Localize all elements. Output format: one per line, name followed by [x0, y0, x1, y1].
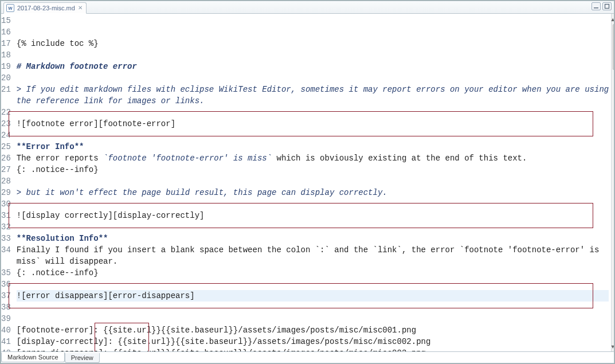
code-line[interactable]: **Error Info**: [17, 141, 609, 152]
code-line[interactable]: **Resolution Info**: [17, 233, 609, 244]
code-line[interactable]: [error-disappears]: {{site.url}}{{site.b…: [17, 347, 609, 351]
line-number: [1, 95, 11, 107]
code-line[interactable]: [17, 15, 609, 26]
code-line[interactable]: {% include toc %}: [17, 38, 609, 49]
line-number: 22: [1, 107, 11, 118]
line-number: 20: [1, 72, 11, 84]
titlebar: w 2017-08-23-misc.md ✕: [1, 1, 614, 14]
code-line[interactable]: ![display correctly][display-correctly]: [17, 210, 609, 221]
close-icon[interactable]: ✕: [78, 5, 83, 11]
line-number: 25: [1, 141, 11, 152]
line-number: 28: [1, 175, 11, 187]
minimize-button[interactable]: [592, 2, 601, 10]
line-number: 39: [1, 313, 11, 324]
code-line[interactable]: ![error disappears][error-disappears]: [17, 290, 609, 302]
line-number: 31: [1, 210, 11, 221]
file-tab[interactable]: w 2017-08-23-misc.md ✕: [3, 2, 87, 14]
line-number: 30: [1, 198, 11, 210]
tab-markdown-source[interactable]: Markdown Source: [1, 353, 65, 362]
maximize-button[interactable]: [602, 2, 612, 10]
scroll-up-arrow[interactable]: ▴: [612, 14, 614, 24]
line-number: 16: [1, 26, 11, 38]
code-line[interactable]: The error reports `footnote 'footnote-er…: [17, 152, 609, 164]
code-line[interactable]: {: .notice--info}: [17, 164, 609, 175]
line-number: 37: [1, 290, 11, 302]
code-line[interactable]: [17, 313, 609, 324]
code-line[interactable]: [17, 175, 609, 187]
code-line[interactable]: [17, 26, 609, 38]
bottom-tabs: Markdown Source Preview: [1, 351, 614, 363]
code-line[interactable]: [17, 72, 609, 84]
tab-preview[interactable]: Preview: [65, 353, 100, 363]
code-line[interactable]: [17, 198, 609, 210]
line-number: 17: [1, 38, 11, 49]
line-number: 26: [1, 152, 11, 164]
code-line[interactable]: # Markdown footnote error: [17, 61, 609, 72]
code-area[interactable]: {% include toc %} # Markdown footnote er…: [14, 14, 611, 351]
code-line[interactable]: > but it won't effect the page build res…: [17, 187, 609, 198]
line-number: 15: [1, 15, 11, 26]
code-line[interactable]: [17, 130, 609, 141]
line-number: 23: [1, 118, 11, 130]
line-number: 19: [1, 61, 11, 72]
code-line[interactable]: [17, 107, 609, 118]
code-line[interactable]: > If you edit markdown files with eclips…: [17, 84, 609, 95]
code-line[interactable]: miss` will disappear.: [17, 256, 609, 267]
window-controls: [592, 2, 612, 10]
line-number: 41: [1, 336, 11, 347]
svg-rect-0: [594, 7, 598, 9]
code-line[interactable]: [17, 279, 609, 290]
code-line[interactable]: [17, 302, 609, 313]
editor-window: w 2017-08-23-misc.md ✕ 15161718192021222…: [1, 1, 614, 363]
file-icon: w: [6, 4, 14, 12]
vertical-scrollbar[interactable]: ▴ ▾: [611, 14, 614, 351]
line-number: 34: [1, 244, 11, 256]
line-number: 38: [1, 302, 11, 313]
code-line[interactable]: ![footnote error][footnote-error]: [17, 118, 609, 130]
svg-rect-1: [605, 5, 609, 9]
scroll-down-arrow[interactable]: ▾: [612, 341, 614, 351]
line-number: 42: [1, 347, 11, 351]
line-number: 24: [1, 130, 11, 141]
code-line[interactable]: [17, 49, 609, 61]
line-number: 27: [1, 164, 11, 175]
scroll-thumb[interactable]: [613, 24, 614, 70]
line-number: 29: [1, 187, 11, 198]
line-number: 40: [1, 324, 11, 336]
line-number: 18: [1, 49, 11, 61]
code-line[interactable]: {: .notice--info}: [17, 267, 609, 279]
line-number: 35: [1, 267, 11, 279]
editor-area: 1516171819202122232425262728293031323334…: [1, 14, 614, 351]
line-number: 33: [1, 233, 11, 244]
code-line[interactable]: the reference link for images or links.: [17, 95, 609, 107]
line-number: 21: [1, 84, 11, 95]
file-tab-label: 2017-08-23-misc.md: [17, 5, 75, 11]
code-line[interactable]: [17, 221, 609, 233]
line-number: [1, 256, 11, 267]
code-line[interactable]: [footnote-error]: {{site.url}}{{site.bas…: [17, 324, 609, 336]
line-number-gutter: 1516171819202122232425262728293031323334…: [1, 14, 14, 351]
code-line[interactable]: [display-correctly]: {{site.url}}{{site.…: [17, 336, 609, 347]
line-number: 36: [1, 279, 11, 290]
line-number: 32: [1, 221, 11, 233]
code-line[interactable]: Finally I found if you insert a blank sp…: [17, 244, 609, 256]
